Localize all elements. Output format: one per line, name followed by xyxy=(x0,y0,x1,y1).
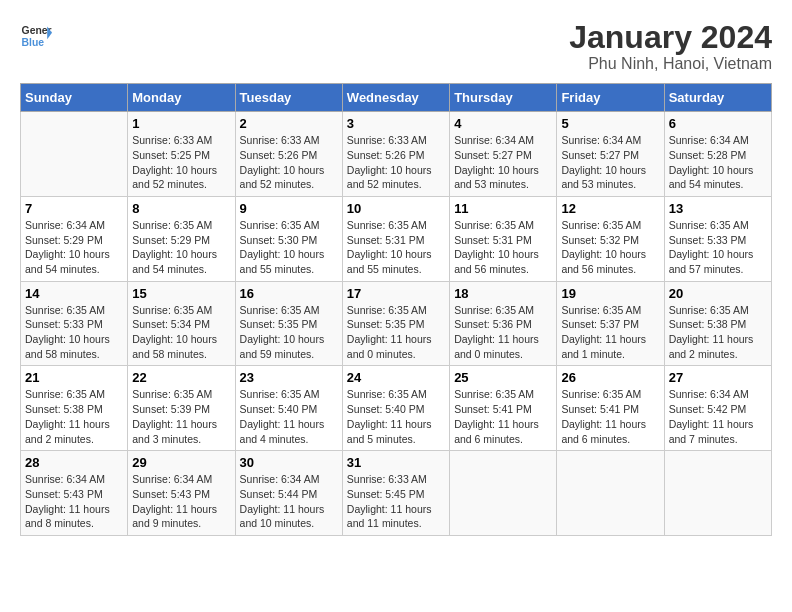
day-number: 5 xyxy=(561,116,659,131)
day-number: 14 xyxy=(25,286,123,301)
day-number: 25 xyxy=(454,370,552,385)
day-number: 29 xyxy=(132,455,230,470)
day-info: Sunrise: 6:33 AM Sunset: 5:26 PM Dayligh… xyxy=(240,133,338,192)
calendar-cell: 27Sunrise: 6:34 AM Sunset: 5:42 PM Dayli… xyxy=(664,366,771,451)
day-info: Sunrise: 6:35 AM Sunset: 5:40 PM Dayligh… xyxy=(240,387,338,446)
day-info: Sunrise: 6:34 AM Sunset: 5:29 PM Dayligh… xyxy=(25,218,123,277)
page-header: General Blue January 2024 Phu Ninh, Hano… xyxy=(20,20,772,73)
day-number: 6 xyxy=(669,116,767,131)
day-info: Sunrise: 6:35 AM Sunset: 5:36 PM Dayligh… xyxy=(454,303,552,362)
day-number: 19 xyxy=(561,286,659,301)
calendar-cell: 4Sunrise: 6:34 AM Sunset: 5:27 PM Daylig… xyxy=(450,112,557,197)
calendar-cell: 20Sunrise: 6:35 AM Sunset: 5:38 PM Dayli… xyxy=(664,281,771,366)
calendar-cell: 18Sunrise: 6:35 AM Sunset: 5:36 PM Dayli… xyxy=(450,281,557,366)
calendar-cell xyxy=(450,451,557,536)
calendar-cell: 1Sunrise: 6:33 AM Sunset: 5:25 PM Daylig… xyxy=(128,112,235,197)
day-info: Sunrise: 6:34 AM Sunset: 5:43 PM Dayligh… xyxy=(25,472,123,531)
calendar-cell: 24Sunrise: 6:35 AM Sunset: 5:40 PM Dayli… xyxy=(342,366,449,451)
day-info: Sunrise: 6:35 AM Sunset: 5:40 PM Dayligh… xyxy=(347,387,445,446)
calendar-cell: 19Sunrise: 6:35 AM Sunset: 5:37 PM Dayli… xyxy=(557,281,664,366)
day-number: 22 xyxy=(132,370,230,385)
calendar-header-row: SundayMondayTuesdayWednesdayThursdayFrid… xyxy=(21,84,772,112)
day-number: 3 xyxy=(347,116,445,131)
day-number: 27 xyxy=(669,370,767,385)
calendar-cell xyxy=(21,112,128,197)
column-header-friday: Friday xyxy=(557,84,664,112)
calendar-cell: 30Sunrise: 6:34 AM Sunset: 5:44 PM Dayli… xyxy=(235,451,342,536)
day-info: Sunrise: 6:35 AM Sunset: 5:29 PM Dayligh… xyxy=(132,218,230,277)
day-number: 12 xyxy=(561,201,659,216)
calendar-cell: 31Sunrise: 6:33 AM Sunset: 5:45 PM Dayli… xyxy=(342,451,449,536)
day-info: Sunrise: 6:35 AM Sunset: 5:35 PM Dayligh… xyxy=(347,303,445,362)
day-info: Sunrise: 6:35 AM Sunset: 5:31 PM Dayligh… xyxy=(347,218,445,277)
calendar-cell: 22Sunrise: 6:35 AM Sunset: 5:39 PM Dayli… xyxy=(128,366,235,451)
day-info: Sunrise: 6:35 AM Sunset: 5:39 PM Dayligh… xyxy=(132,387,230,446)
calendar-cell: 29Sunrise: 6:34 AM Sunset: 5:43 PM Dayli… xyxy=(128,451,235,536)
day-info: Sunrise: 6:33 AM Sunset: 5:45 PM Dayligh… xyxy=(347,472,445,531)
day-number: 23 xyxy=(240,370,338,385)
logo: General Blue xyxy=(20,20,52,52)
calendar-title: January 2024 xyxy=(569,20,772,55)
day-info: Sunrise: 6:35 AM Sunset: 5:32 PM Dayligh… xyxy=(561,218,659,277)
day-info: Sunrise: 6:34 AM Sunset: 5:42 PM Dayligh… xyxy=(669,387,767,446)
day-info: Sunrise: 6:33 AM Sunset: 5:26 PM Dayligh… xyxy=(347,133,445,192)
day-number: 30 xyxy=(240,455,338,470)
calendar-table: SundayMondayTuesdayWednesdayThursdayFrid… xyxy=(20,83,772,536)
column-header-sunday: Sunday xyxy=(21,84,128,112)
calendar-cell: 6Sunrise: 6:34 AM Sunset: 5:28 PM Daylig… xyxy=(664,112,771,197)
day-info: Sunrise: 6:35 AM Sunset: 5:30 PM Dayligh… xyxy=(240,218,338,277)
column-header-tuesday: Tuesday xyxy=(235,84,342,112)
title-block: January 2024 Phu Ninh, Hanoi, Vietnam xyxy=(569,20,772,73)
day-number: 31 xyxy=(347,455,445,470)
day-info: Sunrise: 6:35 AM Sunset: 5:41 PM Dayligh… xyxy=(561,387,659,446)
calendar-cell: 14Sunrise: 6:35 AM Sunset: 5:33 PM Dayli… xyxy=(21,281,128,366)
day-number: 24 xyxy=(347,370,445,385)
week-row-4: 21Sunrise: 6:35 AM Sunset: 5:38 PM Dayli… xyxy=(21,366,772,451)
day-number: 16 xyxy=(240,286,338,301)
calendar-cell: 16Sunrise: 6:35 AM Sunset: 5:35 PM Dayli… xyxy=(235,281,342,366)
calendar-cell: 15Sunrise: 6:35 AM Sunset: 5:34 PM Dayli… xyxy=(128,281,235,366)
day-number: 11 xyxy=(454,201,552,216)
day-info: Sunrise: 6:33 AM Sunset: 5:25 PM Dayligh… xyxy=(132,133,230,192)
calendar-cell: 8Sunrise: 6:35 AM Sunset: 5:29 PM Daylig… xyxy=(128,196,235,281)
day-info: Sunrise: 6:35 AM Sunset: 5:35 PM Dayligh… xyxy=(240,303,338,362)
calendar-cell: 9Sunrise: 6:35 AM Sunset: 5:30 PM Daylig… xyxy=(235,196,342,281)
day-number: 15 xyxy=(132,286,230,301)
day-info: Sunrise: 6:34 AM Sunset: 5:43 PM Dayligh… xyxy=(132,472,230,531)
day-info: Sunrise: 6:35 AM Sunset: 5:37 PM Dayligh… xyxy=(561,303,659,362)
svg-text:Blue: Blue xyxy=(22,37,45,48)
calendar-cell: 17Sunrise: 6:35 AM Sunset: 5:35 PM Dayli… xyxy=(342,281,449,366)
day-info: Sunrise: 6:34 AM Sunset: 5:27 PM Dayligh… xyxy=(561,133,659,192)
day-number: 17 xyxy=(347,286,445,301)
day-number: 1 xyxy=(132,116,230,131)
calendar-cell xyxy=(664,451,771,536)
day-number: 21 xyxy=(25,370,123,385)
day-info: Sunrise: 6:35 AM Sunset: 5:38 PM Dayligh… xyxy=(25,387,123,446)
day-number: 26 xyxy=(561,370,659,385)
calendar-cell: 28Sunrise: 6:34 AM Sunset: 5:43 PM Dayli… xyxy=(21,451,128,536)
day-info: Sunrise: 6:35 AM Sunset: 5:33 PM Dayligh… xyxy=(669,218,767,277)
calendar-cell: 11Sunrise: 6:35 AM Sunset: 5:31 PM Dayli… xyxy=(450,196,557,281)
calendar-cell: 13Sunrise: 6:35 AM Sunset: 5:33 PM Dayli… xyxy=(664,196,771,281)
day-info: Sunrise: 6:35 AM Sunset: 5:34 PM Dayligh… xyxy=(132,303,230,362)
calendar-cell: 26Sunrise: 6:35 AM Sunset: 5:41 PM Dayli… xyxy=(557,366,664,451)
day-number: 7 xyxy=(25,201,123,216)
day-info: Sunrise: 6:35 AM Sunset: 5:33 PM Dayligh… xyxy=(25,303,123,362)
column-header-monday: Monday xyxy=(128,84,235,112)
day-number: 4 xyxy=(454,116,552,131)
calendar-cell: 12Sunrise: 6:35 AM Sunset: 5:32 PM Dayli… xyxy=(557,196,664,281)
calendar-cell: 2Sunrise: 6:33 AM Sunset: 5:26 PM Daylig… xyxy=(235,112,342,197)
calendar-body: 1Sunrise: 6:33 AM Sunset: 5:25 PM Daylig… xyxy=(21,112,772,536)
day-number: 28 xyxy=(25,455,123,470)
calendar-cell: 7Sunrise: 6:34 AM Sunset: 5:29 PM Daylig… xyxy=(21,196,128,281)
week-row-1: 1Sunrise: 6:33 AM Sunset: 5:25 PM Daylig… xyxy=(21,112,772,197)
calendar-cell: 5Sunrise: 6:34 AM Sunset: 5:27 PM Daylig… xyxy=(557,112,664,197)
column-header-saturday: Saturday xyxy=(664,84,771,112)
day-info: Sunrise: 6:35 AM Sunset: 5:31 PM Dayligh… xyxy=(454,218,552,277)
day-number: 10 xyxy=(347,201,445,216)
day-info: Sunrise: 6:34 AM Sunset: 5:44 PM Dayligh… xyxy=(240,472,338,531)
calendar-subtitle: Phu Ninh, Hanoi, Vietnam xyxy=(569,55,772,73)
week-row-5: 28Sunrise: 6:34 AM Sunset: 5:43 PM Dayli… xyxy=(21,451,772,536)
calendar-cell: 23Sunrise: 6:35 AM Sunset: 5:40 PM Dayli… xyxy=(235,366,342,451)
week-row-2: 7Sunrise: 6:34 AM Sunset: 5:29 PM Daylig… xyxy=(21,196,772,281)
